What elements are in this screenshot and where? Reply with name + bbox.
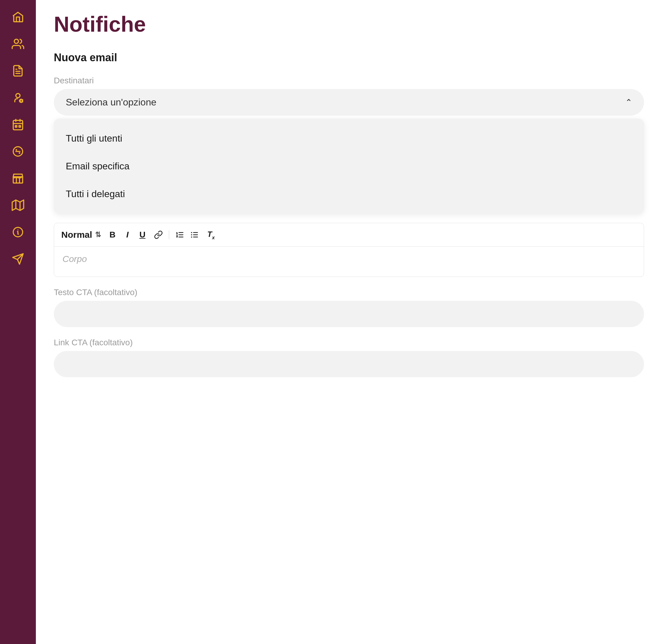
cta-link-label: Link CTA (facoltativo) [54, 338, 644, 347]
cta-link-input[interactable] [54, 351, 644, 377]
svg-rect-10 [19, 126, 21, 127]
page-title: Notifiche [54, 12, 644, 37]
underline-button[interactable]: U [137, 229, 148, 241]
sidebar-item-edit[interactable] [10, 63, 26, 79]
dropdown-menu: Tutti gli utenti Email specifica Tutti i… [54, 119, 644, 214]
cta-text-input[interactable] [54, 301, 644, 327]
sidebar-item-store[interactable] [10, 170, 26, 186]
dropdown-item-all-users[interactable]: Tutti gli utenti [54, 124, 644, 152]
link-button[interactable] [154, 230, 163, 239]
select-placeholder-text: Seleziona un'opzione [66, 97, 156, 108]
svg-marker-14 [12, 200, 24, 211]
cta-text-field: Testo CTA (facoltativo) [54, 288, 644, 327]
svg-rect-5 [13, 120, 23, 130]
unordered-list-button[interactable] [190, 230, 199, 239]
format-label: Normal [61, 230, 92, 240]
form-section-title: Nuova email [54, 51, 644, 64]
svg-point-0 [14, 39, 19, 43]
ordered-list-button[interactable] [175, 230, 184, 239]
sidebar [0, 0, 36, 644]
sidebar-item-users[interactable] [10, 36, 26, 52]
cta-text-label: Testo CTA (facoltativo) [54, 288, 644, 297]
destinatari-field: Destinatari Seleziona un'opzione ⌃ Tutti… [54, 76, 644, 214]
destinatari-select-container: Seleziona un'opzione ⌃ Tutti gli utenti … [54, 89, 644, 214]
main-content: Notifiche Nuova email Destinatari Selezi… [36, 0, 662, 644]
editor-placeholder: Corpo [63, 254, 87, 264]
svg-point-28 [191, 234, 192, 235]
sidebar-item-map[interactable] [10, 197, 26, 213]
cta-link-field: Link CTA (facoltativo) [54, 338, 644, 377]
sidebar-item-discount[interactable] [10, 143, 26, 160]
italic-button[interactable]: I [124, 229, 131, 241]
sidebar-item-calendar[interactable] [10, 116, 26, 133]
sidebar-item-home[interactable] [10, 9, 26, 25]
clear-format-button[interactable]: Tx [205, 229, 217, 241]
bold-button[interactable]: B [107, 229, 118, 241]
svg-rect-9 [15, 126, 17, 127]
svg-point-29 [191, 236, 192, 238]
editor-container: Normal ⇅ B I U Tx Corpo [54, 223, 644, 277]
sidebar-item-info[interactable] [10, 224, 26, 240]
format-select[interactable]: Normal ⇅ [61, 230, 101, 240]
destinatari-select[interactable]: Seleziona un'opzione ⌃ [54, 89, 644, 116]
dropdown-item-all-delegates[interactable]: Tutti i delegati [54, 180, 644, 208]
svg-point-27 [191, 232, 192, 233]
format-select-arrows-icon: ⇅ [95, 231, 101, 239]
sidebar-item-user-settings[interactable] [10, 90, 26, 106]
dropdown-item-specific-email[interactable]: Email specifica [54, 152, 644, 180]
toolbar-separator-1 [169, 230, 169, 239]
sidebar-item-send[interactable] [10, 251, 26, 267]
chevron-up-icon: ⌃ [625, 97, 632, 107]
svg-point-3 [16, 93, 20, 98]
editor-toolbar: Normal ⇅ B I U Tx [54, 223, 644, 247]
destinatari-label: Destinatari [54, 76, 644, 86]
editor-body[interactable]: Corpo [54, 247, 644, 277]
